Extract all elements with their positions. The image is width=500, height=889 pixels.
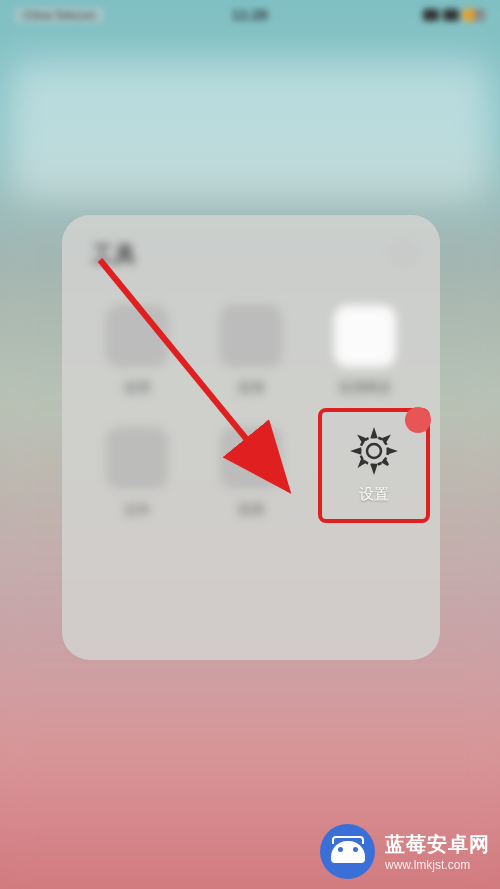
gear-icon xyxy=(350,427,398,475)
clock-time: 11:29 xyxy=(232,7,268,23)
app-label: 应用 xyxy=(238,501,264,519)
close-icon[interactable] xyxy=(388,237,418,267)
app-label: 应用 xyxy=(238,379,264,397)
signal-icon xyxy=(423,9,439,21)
app-image xyxy=(334,305,396,367)
watermark-title: 蓝莓安卓网 xyxy=(385,831,490,858)
app-image xyxy=(106,305,168,367)
app-label: 应用 xyxy=(124,379,150,397)
app-icon[interactable]: 应用 xyxy=(201,305,300,397)
app-image xyxy=(220,305,282,367)
settings-app-highlighted[interactable]: 设置 xyxy=(318,408,430,523)
watermark-text: 蓝莓安卓网 www.lmkjst.com xyxy=(385,831,490,872)
app-icon[interactable]: 文件 xyxy=(87,427,186,519)
watermark: 蓝莓安卓网 www.lmkjst.com xyxy=(320,824,490,879)
app-image xyxy=(106,427,168,489)
settings-label: 设置 xyxy=(359,485,389,504)
watermark-logo xyxy=(320,824,375,879)
app-label: 应用商店 xyxy=(339,379,391,397)
app-icon[interactable]: 应用商店 xyxy=(316,305,415,397)
status-icons xyxy=(423,9,485,21)
status-bar: China Telecom 11:29 xyxy=(0,0,500,30)
battery-icon xyxy=(463,9,485,21)
svg-point-0 xyxy=(367,444,381,458)
notification-badge xyxy=(405,407,431,433)
app-icon[interactable]: 应用 xyxy=(87,305,186,397)
wifi-icon xyxy=(443,9,459,21)
folder-title: 工具 xyxy=(82,240,420,270)
app-label: 文件 xyxy=(124,501,150,519)
carrier-label: China Telecom xyxy=(15,7,104,23)
watermark-url: www.lmkjst.com xyxy=(385,858,490,872)
app-image xyxy=(220,427,282,489)
app-icon[interactable]: 应用 xyxy=(201,427,300,519)
